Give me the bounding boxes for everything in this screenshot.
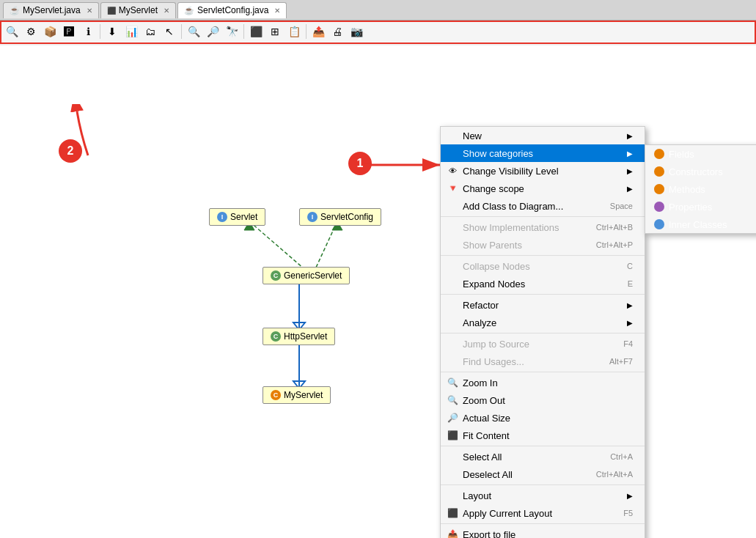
menu-item-show-categories[interactable]: Show categories ▶ Fields Constructors Me…	[441, 144, 645, 162]
tab-myservlet-uml[interactable]: ⬛ MyServlet ✕	[100, 2, 176, 18]
toolbar: 🔍 ⚙ 📦 🅿 ℹ ⬇ 📊 🗂 ↖ 🔍 🔎 🔭 ⬛ ⊞ 📋 📤 🖨 📷	[0, 21, 756, 44]
node-label: Servlet	[230, 212, 257, 222]
menu-label-select-all: Select All	[463, 452, 591, 463]
menu-icon-find-usages	[447, 355, 458, 367]
menu-label-new: New	[463, 130, 623, 141]
menu-separator	[441, 216, 645, 217]
toolbar-btn-print[interactable]: 🖨	[329, 23, 346, 40]
toolbar-btn-layout[interactable]: 📋	[285, 23, 303, 40]
class-icon: C	[271, 390, 281, 400]
menu-icon-jump	[447, 338, 458, 350]
menu-icon-select-all	[447, 451, 458, 463]
tab-label: ServletConfig.java	[197, 5, 268, 15]
menu-item-expand[interactable]: Expand Nodes E	[441, 275, 645, 292]
menu-shortcut-jump: F4	[623, 339, 633, 348]
menu-label-zoom-in: Zoom In	[463, 377, 633, 388]
menu-item-zoom-out[interactable]: 🔍 Zoom Out	[441, 391, 645, 409]
constructor-icon	[654, 166, 664, 177]
menu-item-layout[interactable]: Layout ▶	[441, 487, 645, 504]
node-label: GenericServlet	[284, 270, 342, 281]
menu-label-analyze: Analyze	[463, 317, 623, 328]
menu-icon-new	[447, 130, 458, 141]
java-icon: ☕	[10, 6, 20, 15]
toolbar-btn-select[interactable]: ↖	[161, 23, 178, 40]
submenu-item-fields[interactable]: Fields	[645, 145, 756, 163]
toolbar-btn-info[interactable]: ℹ	[79, 23, 97, 40]
menu-icon-visibility: 👁	[447, 165, 458, 177]
menu-item-analyze[interactable]: Analyze ▶	[441, 314, 645, 331]
menu-item-new[interactable]: New ▶	[441, 127, 645, 144]
menu-shortcut-collapse: C	[627, 262, 633, 270]
toolbar-btn-zoomout[interactable]: 🔎	[204, 23, 221, 40]
submenu-item-properties[interactable]: Properties	[645, 198, 756, 215]
toolbar-btn-grid[interactable]: 🗂	[142, 23, 159, 40]
submenu-item-constructors[interactable]: Constructors	[645, 163, 756, 180]
fit-content-icon: ⬛	[447, 430, 458, 441]
menu-item-change-scope[interactable]: 🔻 Change scope ▶	[441, 180, 645, 197]
menu-label-deselect-all: Deselect All	[463, 469, 577, 480]
menu-shortcut-deselect-all: Ctrl+Alt+A	[596, 470, 633, 479]
apply-layout-icon: ⬛	[447, 507, 458, 519]
menu-item-collapse: Collapse Nodes C	[441, 257, 645, 275]
menu-arrow-layout: ▶	[627, 492, 633, 500]
tab-close-btn[interactable]: ✕	[274, 7, 280, 15]
menu-arrow-visibility: ▶	[627, 167, 633, 175]
menu-item-apply-layout[interactable]: ⬛ Apply Current Layout F5	[441, 504, 645, 522]
java-icon: ☕	[184, 6, 194, 15]
menu-arrow-new: ▶	[627, 132, 633, 140]
menu-label-export: Export to file	[463, 529, 633, 539]
toolbar-btn-export[interactable]: 📤	[309, 23, 327, 40]
menu-shortcut-expand: E	[628, 279, 633, 288]
submenu-item-methods[interactable]: Methods	[645, 180, 756, 198]
menu-item-refactor[interactable]: Refactor ▶	[441, 296, 645, 314]
node-myservlet[interactable]: C MyServlet	[263, 386, 331, 404]
menu-item-select-all[interactable]: Select All Ctrl+A	[441, 448, 645, 465]
node-servletconfig[interactable]: I ServletConfig	[299, 208, 381, 226]
toolbar-btn-settings[interactable]: ⚙	[22, 23, 40, 40]
tab-label: MyServlet	[119, 5, 158, 15]
annotation-arrow-1	[359, 154, 447, 176]
menu-item-fit-content[interactable]: ⬛ Fit Content	[441, 427, 645, 444]
menu-shortcut-find-usages: Alt+F7	[609, 357, 633, 366]
zoom-in-icon: 🔍	[447, 377, 458, 388]
toolbar-btn-diagram[interactable]: 📊	[122, 23, 140, 40]
toolbar-btn-filter[interactable]: ⬇	[103, 23, 121, 40]
node-genericservlet[interactable]: C GenericServlet	[263, 267, 350, 284]
toolbar-btn-screenshot[interactable]: 📷	[348, 23, 365, 40]
svg-line-1	[315, 221, 337, 269]
menu-icon-show-parents	[447, 239, 458, 251]
menu-icon-refactor	[447, 299, 458, 311]
menu-arrow-analyze: ▶	[627, 319, 633, 327]
menu-item-export-file[interactable]: 📤 Export to file	[441, 526, 645, 538]
tab-myservlet-java[interactable]: ☕ MyServlet.java ✕	[3, 2, 99, 18]
inner-classes-icon	[654, 219, 664, 229]
toolbar-btn-module[interactable]: 📦	[41, 23, 59, 40]
menu-label-visibility: Change Visibility Level	[463, 166, 623, 177]
menu-item-zoom-in[interactable]: 🔍 Zoom In	[441, 374, 645, 391]
node-servlet[interactable]: I Servlet	[209, 208, 265, 226]
menu-item-add-class[interactable]: Add Class to Diagram... Space	[441, 197, 645, 215]
toolbar-btn-find[interactable]: 🔍	[3, 23, 21, 40]
menu-label-show-impl: Show Implementations	[463, 222, 577, 233]
menu-item-change-visibility[interactable]: 👁 Change Visibility Level ▶	[441, 162, 645, 180]
toolbar-btn-package[interactable]: 🅿	[60, 23, 78, 40]
main-canvas[interactable]: I Servlet I ServletConfig C GenericServl…	[0, 45, 756, 538]
menu-icon-expand	[447, 278, 458, 290]
menu-item-deselect-all[interactable]: Deselect All Ctrl+Alt+A	[441, 465, 645, 483]
tab-servletconfig-java[interactable]: ☕ ServletConfig.java ✕	[177, 2, 287, 18]
menu-icon-scope: 🔻	[447, 183, 458, 194]
menu-shortcut-show-parents: Ctrl+Alt+P	[596, 240, 633, 249]
tab-close-btn[interactable]: ✕	[87, 7, 92, 15]
toolbar-btn-fit[interactable]: 🔭	[223, 23, 241, 40]
menu-separator	[441, 333, 645, 334]
toolbar-btn-snap[interactable]: ⬛	[247, 23, 265, 40]
toolbar-btn-zoomin[interactable]: 🔍	[185, 23, 202, 40]
tab-close-btn[interactable]: ✕	[164, 7, 169, 15]
context-menu: New ▶ Show categories ▶ Fields Construct…	[440, 126, 645, 538]
menu-icon-add-class	[447, 200, 458, 212]
menu-item-actual-size[interactable]: 🔎 Actual Size	[441, 409, 645, 427]
toolbar-btn-gridview[interactable]: ⊞	[266, 23, 284, 40]
menu-icon-show-impl	[447, 221, 458, 233]
submenu-item-inner-classes[interactable]: Inner Classes	[645, 215, 756, 233]
node-httpservlet[interactable]: C HttpServlet	[263, 328, 335, 345]
